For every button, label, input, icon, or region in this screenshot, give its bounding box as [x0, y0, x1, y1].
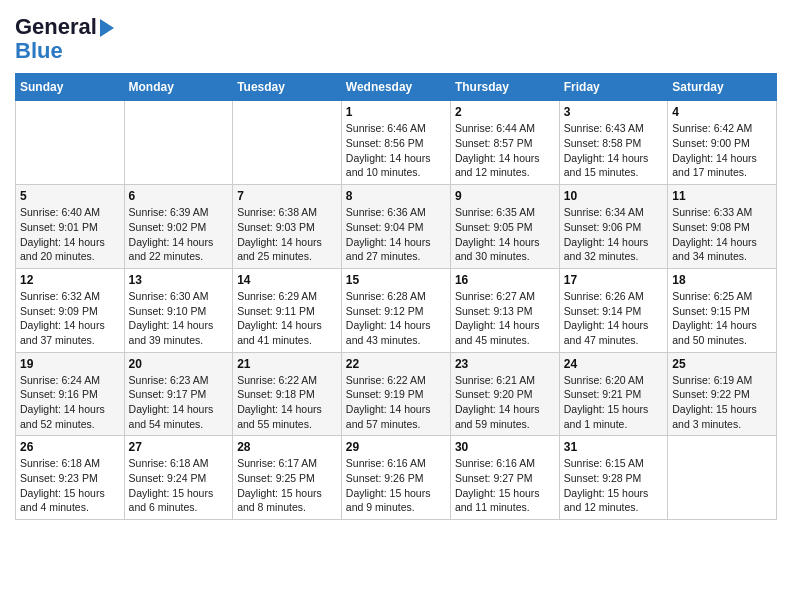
day-number: 1	[346, 105, 446, 119]
calendar-cell: 18Sunrise: 6:25 AM Sunset: 9:15 PM Dayli…	[668, 268, 777, 352]
day-info: Sunrise: 6:16 AM Sunset: 9:26 PM Dayligh…	[346, 456, 446, 515]
day-number: 14	[237, 273, 337, 287]
calendar-cell: 14Sunrise: 6:29 AM Sunset: 9:11 PM Dayli…	[233, 268, 342, 352]
day-info: Sunrise: 6:26 AM Sunset: 9:14 PM Dayligh…	[564, 289, 663, 348]
calendar-cell	[668, 436, 777, 520]
day-number: 17	[564, 273, 663, 287]
calendar-cell: 6Sunrise: 6:39 AM Sunset: 9:02 PM Daylig…	[124, 185, 233, 269]
day-info: Sunrise: 6:40 AM Sunset: 9:01 PM Dayligh…	[20, 205, 120, 264]
page-header: General Blue	[15, 15, 777, 63]
day-number: 21	[237, 357, 337, 371]
day-info: Sunrise: 6:32 AM Sunset: 9:09 PM Dayligh…	[20, 289, 120, 348]
calendar-cell: 1Sunrise: 6:46 AM Sunset: 8:56 PM Daylig…	[341, 101, 450, 185]
day-header-thursday: Thursday	[450, 74, 559, 101]
day-number: 20	[129, 357, 229, 371]
day-number: 3	[564, 105, 663, 119]
day-info: Sunrise: 6:23 AM Sunset: 9:17 PM Dayligh…	[129, 373, 229, 432]
day-info: Sunrise: 6:25 AM Sunset: 9:15 PM Dayligh…	[672, 289, 772, 348]
calendar-cell: 9Sunrise: 6:35 AM Sunset: 9:05 PM Daylig…	[450, 185, 559, 269]
calendar-cell: 30Sunrise: 6:16 AM Sunset: 9:27 PM Dayli…	[450, 436, 559, 520]
calendar-cell: 7Sunrise: 6:38 AM Sunset: 9:03 PM Daylig…	[233, 185, 342, 269]
calendar-cell: 19Sunrise: 6:24 AM Sunset: 9:16 PM Dayli…	[16, 352, 125, 436]
calendar-cell: 27Sunrise: 6:18 AM Sunset: 9:24 PM Dayli…	[124, 436, 233, 520]
day-info: Sunrise: 6:39 AM Sunset: 9:02 PM Dayligh…	[129, 205, 229, 264]
day-info: Sunrise: 6:33 AM Sunset: 9:08 PM Dayligh…	[672, 205, 772, 264]
calendar-cell: 31Sunrise: 6:15 AM Sunset: 9:28 PM Dayli…	[559, 436, 667, 520]
day-number: 19	[20, 357, 120, 371]
day-info: Sunrise: 6:38 AM Sunset: 9:03 PM Dayligh…	[237, 205, 337, 264]
day-info: Sunrise: 6:43 AM Sunset: 8:58 PM Dayligh…	[564, 121, 663, 180]
calendar-cell: 25Sunrise: 6:19 AM Sunset: 9:22 PM Dayli…	[668, 352, 777, 436]
day-number: 9	[455, 189, 555, 203]
day-number: 8	[346, 189, 446, 203]
day-info: Sunrise: 6:19 AM Sunset: 9:22 PM Dayligh…	[672, 373, 772, 432]
day-number: 25	[672, 357, 772, 371]
day-number: 10	[564, 189, 663, 203]
calendar-cell: 17Sunrise: 6:26 AM Sunset: 9:14 PM Dayli…	[559, 268, 667, 352]
calendar-week-row: 26Sunrise: 6:18 AM Sunset: 9:23 PM Dayli…	[16, 436, 777, 520]
day-number: 23	[455, 357, 555, 371]
calendar-cell: 22Sunrise: 6:22 AM Sunset: 9:19 PM Dayli…	[341, 352, 450, 436]
day-number: 24	[564, 357, 663, 371]
logo-text-general: General	[15, 15, 97, 39]
day-info: Sunrise: 6:18 AM Sunset: 9:23 PM Dayligh…	[20, 456, 120, 515]
calendar-cell: 4Sunrise: 6:42 AM Sunset: 9:00 PM Daylig…	[668, 101, 777, 185]
logo-text-blue: Blue	[15, 39, 114, 63]
day-number: 2	[455, 105, 555, 119]
day-number: 31	[564, 440, 663, 454]
day-info: Sunrise: 6:27 AM Sunset: 9:13 PM Dayligh…	[455, 289, 555, 348]
calendar-cell: 13Sunrise: 6:30 AM Sunset: 9:10 PM Dayli…	[124, 268, 233, 352]
calendar-cell: 23Sunrise: 6:21 AM Sunset: 9:20 PM Dayli…	[450, 352, 559, 436]
day-info: Sunrise: 6:29 AM Sunset: 9:11 PM Dayligh…	[237, 289, 337, 348]
day-info: Sunrise: 6:28 AM Sunset: 9:12 PM Dayligh…	[346, 289, 446, 348]
day-number: 6	[129, 189, 229, 203]
day-info: Sunrise: 6:42 AM Sunset: 9:00 PM Dayligh…	[672, 121, 772, 180]
calendar-cell: 20Sunrise: 6:23 AM Sunset: 9:17 PM Dayli…	[124, 352, 233, 436]
day-number: 7	[237, 189, 337, 203]
day-info: Sunrise: 6:22 AM Sunset: 9:18 PM Dayligh…	[237, 373, 337, 432]
calendar-cell: 24Sunrise: 6:20 AM Sunset: 9:21 PM Dayli…	[559, 352, 667, 436]
calendar-cell: 3Sunrise: 6:43 AM Sunset: 8:58 PM Daylig…	[559, 101, 667, 185]
day-info: Sunrise: 6:17 AM Sunset: 9:25 PM Dayligh…	[237, 456, 337, 515]
day-info: Sunrise: 6:22 AM Sunset: 9:19 PM Dayligh…	[346, 373, 446, 432]
day-number: 12	[20, 273, 120, 287]
day-number: 11	[672, 189, 772, 203]
day-info: Sunrise: 6:24 AM Sunset: 9:16 PM Dayligh…	[20, 373, 120, 432]
day-number: 16	[455, 273, 555, 287]
day-number: 15	[346, 273, 446, 287]
calendar-cell: 8Sunrise: 6:36 AM Sunset: 9:04 PM Daylig…	[341, 185, 450, 269]
day-info: Sunrise: 6:34 AM Sunset: 9:06 PM Dayligh…	[564, 205, 663, 264]
day-number: 27	[129, 440, 229, 454]
day-number: 26	[20, 440, 120, 454]
calendar-cell: 26Sunrise: 6:18 AM Sunset: 9:23 PM Dayli…	[16, 436, 125, 520]
day-info: Sunrise: 6:30 AM Sunset: 9:10 PM Dayligh…	[129, 289, 229, 348]
day-number: 5	[20, 189, 120, 203]
calendar-table: SundayMondayTuesdayWednesdayThursdayFrid…	[15, 73, 777, 520]
calendar-header-row: SundayMondayTuesdayWednesdayThursdayFrid…	[16, 74, 777, 101]
day-number: 30	[455, 440, 555, 454]
day-number: 13	[129, 273, 229, 287]
logo: General Blue	[15, 15, 114, 63]
calendar-cell: 15Sunrise: 6:28 AM Sunset: 9:12 PM Dayli…	[341, 268, 450, 352]
calendar-cell: 29Sunrise: 6:16 AM Sunset: 9:26 PM Dayli…	[341, 436, 450, 520]
calendar-cell: 28Sunrise: 6:17 AM Sunset: 9:25 PM Dayli…	[233, 436, 342, 520]
day-number: 28	[237, 440, 337, 454]
day-info: Sunrise: 6:15 AM Sunset: 9:28 PM Dayligh…	[564, 456, 663, 515]
day-header-friday: Friday	[559, 74, 667, 101]
calendar-cell: 21Sunrise: 6:22 AM Sunset: 9:18 PM Dayli…	[233, 352, 342, 436]
calendar-cell: 5Sunrise: 6:40 AM Sunset: 9:01 PM Daylig…	[16, 185, 125, 269]
calendar-cell: 2Sunrise: 6:44 AM Sunset: 8:57 PM Daylig…	[450, 101, 559, 185]
calendar-cell: 11Sunrise: 6:33 AM Sunset: 9:08 PM Dayli…	[668, 185, 777, 269]
day-number: 29	[346, 440, 446, 454]
day-number: 22	[346, 357, 446, 371]
day-info: Sunrise: 6:36 AM Sunset: 9:04 PM Dayligh…	[346, 205, 446, 264]
calendar-week-row: 19Sunrise: 6:24 AM Sunset: 9:16 PM Dayli…	[16, 352, 777, 436]
calendar-cell	[233, 101, 342, 185]
calendar-cell: 10Sunrise: 6:34 AM Sunset: 9:06 PM Dayli…	[559, 185, 667, 269]
day-info: Sunrise: 6:20 AM Sunset: 9:21 PM Dayligh…	[564, 373, 663, 432]
logo-arrow-icon	[100, 19, 114, 37]
day-number: 4	[672, 105, 772, 119]
calendar-cell: 16Sunrise: 6:27 AM Sunset: 9:13 PM Dayli…	[450, 268, 559, 352]
day-info: Sunrise: 6:16 AM Sunset: 9:27 PM Dayligh…	[455, 456, 555, 515]
day-header-sunday: Sunday	[16, 74, 125, 101]
